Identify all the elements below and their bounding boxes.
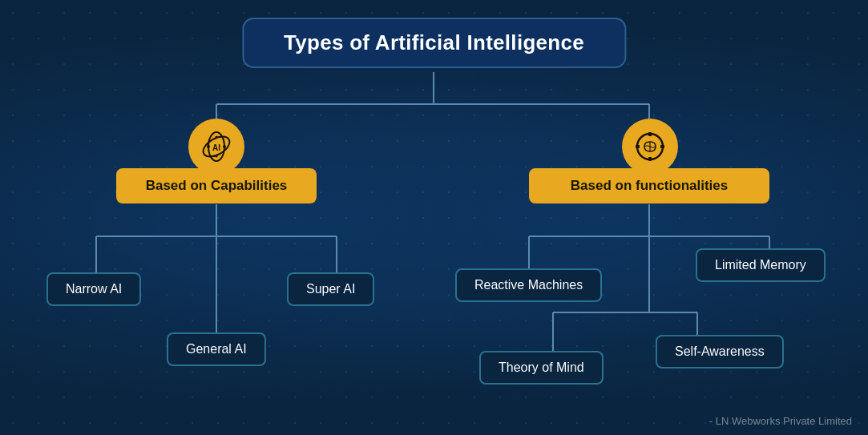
left-category-icon: AI — [188, 119, 244, 175]
leaf-general-ai: General AI — [167, 332, 266, 366]
svg-point-22 — [223, 145, 226, 148]
diagram-container: Types of Artificial Intelligence AI Base… — [0, 0, 868, 435]
title-box: Types of Artificial Intelligence — [242, 18, 626, 68]
svg-point-21 — [207, 145, 210, 148]
svg-text:AI: AI — [212, 143, 220, 152]
leaf-limited-memory: Limited Memory — [696, 248, 826, 282]
right-category-icon — [622, 119, 678, 175]
right-category-pill: Based on functionalities — [529, 168, 769, 203]
svg-rect-27 — [648, 157, 652, 161]
right-category-label: Based on functionalities — [571, 178, 728, 193]
svg-point-24 — [216, 155, 218, 158]
leaf-super-ai: Super AI — [287, 272, 374, 306]
watermark: - LN Webworks Private Limited — [709, 415, 852, 427]
title-text: Types of Artificial Intelligence — [284, 30, 584, 54]
svg-rect-28 — [636, 145, 640, 148]
leaf-self-awareness: Self-Awareness — [656, 335, 784, 369]
leaf-narrow-ai: Narrow AI — [46, 272, 141, 306]
left-category-pill: Based on Capabilities — [116, 168, 317, 203]
leaf-theory-of-mind: Theory of Mind — [479, 351, 604, 385]
svg-rect-29 — [660, 145, 664, 148]
left-category-label: Based on Capabilities — [146, 178, 288, 193]
svg-rect-26 — [648, 132, 652, 136]
leaf-reactive-machines: Reactive Machines — [455, 268, 602, 302]
svg-point-23 — [216, 136, 218, 139]
